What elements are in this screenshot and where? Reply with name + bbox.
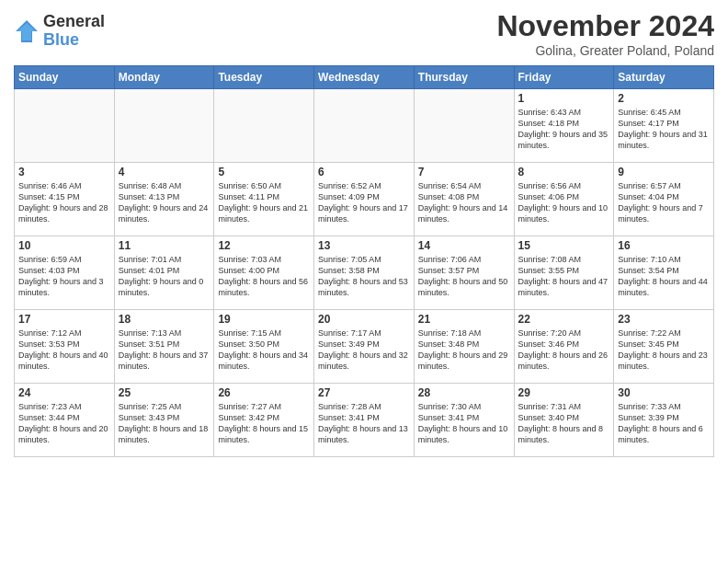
day-info: Sunrise: 7:31 AM Sunset: 3:40 PM Dayligh… [518,401,610,446]
day-info: Sunrise: 7:20 AM Sunset: 3:46 PM Dayligh… [518,327,610,373]
calendar-cell: 18Sunrise: 7:13 AM Sunset: 3:51 PM Dayli… [114,310,214,384]
day-info: Sunrise: 7:03 AM Sunset: 4:00 PM Dayligh… [218,254,310,299]
calendar-cell: 1Sunrise: 6:43 AM Sunset: 4:18 PM Daylig… [514,89,614,163]
calendar-cell: 22Sunrise: 7:20 AM Sunset: 3:46 PM Dayli… [514,310,614,384]
day-number: 16 [618,239,710,252]
svg-marker-1 [17,23,36,40]
day-number: 17 [18,313,110,326]
day-info: Sunrise: 7:06 AM Sunset: 3:57 PM Dayligh… [418,254,510,299]
day-info: Sunrise: 7:10 AM Sunset: 3:54 PM Dayligh… [618,254,710,299]
calendar-cell: 30Sunrise: 7:33 AM Sunset: 3:39 PM Dayli… [614,384,714,457]
day-number: 24 [18,386,110,399]
day-number: 4 [119,166,210,178]
calendar-cell: 25Sunrise: 7:25 AM Sunset: 3:43 PM Dayli… [114,384,214,457]
day-info: Sunrise: 6:56 AM Sunset: 4:06 PM Dayligh… [518,180,610,225]
calendar-week-2: 3Sunrise: 6:46 AM Sunset: 4:15 PM Daylig… [15,163,714,236]
logo-blue: Blue [43,31,105,50]
day-info: Sunrise: 7:13 AM Sunset: 3:51 PM Dayligh… [119,327,210,373]
day-number: 23 [618,313,710,326]
day-info: Sunrise: 6:52 AM Sunset: 4:09 PM Dayligh… [318,180,410,225]
calendar-week-1: 1Sunrise: 6:43 AM Sunset: 4:18 PM Daylig… [15,89,714,163]
calendar-cell: 29Sunrise: 7:31 AM Sunset: 3:40 PM Dayli… [514,384,614,457]
calendar-cell: 23Sunrise: 7:22 AM Sunset: 3:45 PM Dayli… [614,310,714,384]
calendar-cell: 26Sunrise: 7:27 AM Sunset: 3:42 PM Dayli… [214,384,314,457]
day-info: Sunrise: 7:05 AM Sunset: 3:58 PM Dayligh… [318,254,410,299]
calendar-cell: 24Sunrise: 7:23 AM Sunset: 3:44 PM Dayli… [15,384,115,457]
day-info: Sunrise: 6:45 AM Sunset: 4:17 PM Dayligh… [618,107,710,152]
calendar-cell: 16Sunrise: 7:10 AM Sunset: 3:54 PM Dayli… [614,236,714,310]
calendar-cell: 11Sunrise: 7:01 AM Sunset: 4:01 PM Dayli… [114,236,214,310]
col-sunday: Sunday [15,66,115,89]
day-info: Sunrise: 7:01 AM Sunset: 4:01 PM Dayligh… [119,254,210,299]
calendar-cell: 8Sunrise: 6:56 AM Sunset: 4:06 PM Daylig… [514,163,614,236]
day-info: Sunrise: 7:22 AM Sunset: 3:45 PM Dayligh… [618,327,710,373]
calendar-cell: 4Sunrise: 6:48 AM Sunset: 4:13 PM Daylig… [114,163,214,236]
calendar-cell [414,89,514,163]
day-number: 2 [618,92,710,105]
logo-icon [14,18,40,44]
day-info: Sunrise: 6:43 AM Sunset: 4:18 PM Dayligh… [518,107,610,152]
title-block: November 2024 Golina, Greater Poland, Po… [496,9,714,58]
day-info: Sunrise: 7:17 AM Sunset: 3:49 PM Dayligh… [318,327,410,373]
header: General Blue November 2024 Golina, Great… [14,9,714,58]
day-number: 11 [119,239,210,252]
day-number: 14 [418,239,510,252]
calendar-cell: 15Sunrise: 7:08 AM Sunset: 3:55 PM Dayli… [514,236,614,310]
col-friday: Friday [514,66,614,89]
calendar-cell: 3Sunrise: 6:46 AM Sunset: 4:15 PM Daylig… [15,163,115,236]
day-info: Sunrise: 7:30 AM Sunset: 3:41 PM Dayligh… [418,401,510,446]
day-number: 8 [518,166,610,178]
logo-general: General [43,13,105,31]
calendar-cell: 27Sunrise: 7:28 AM Sunset: 3:41 PM Dayli… [314,384,415,457]
col-thursday: Thursday [414,66,514,89]
day-number: 18 [119,313,210,326]
calendar-cell: 19Sunrise: 7:15 AM Sunset: 3:50 PM Dayli… [214,310,314,384]
day-info: Sunrise: 6:46 AM Sunset: 4:15 PM Dayligh… [18,180,110,225]
logo: General Blue [14,13,105,50]
logo-text: General Blue [43,13,105,50]
day-info: Sunrise: 7:23 AM Sunset: 3:44 PM Dayligh… [18,401,110,446]
day-info: Sunrise: 7:15 AM Sunset: 3:50 PM Dayligh… [218,327,310,373]
calendar-cell: 21Sunrise: 7:18 AM Sunset: 3:48 PM Dayli… [414,310,514,384]
day-number: 13 [318,239,410,252]
day-number: 28 [418,386,510,399]
calendar-cell: 10Sunrise: 6:59 AM Sunset: 4:03 PM Dayli… [15,236,115,310]
day-info: Sunrise: 7:12 AM Sunset: 3:53 PM Dayligh… [18,327,110,373]
day-number: 22 [518,313,610,326]
calendar-cell: 20Sunrise: 7:17 AM Sunset: 3:49 PM Dayli… [314,310,415,384]
day-info: Sunrise: 7:27 AM Sunset: 3:42 PM Dayligh… [218,401,310,446]
col-wednesday: Wednesday [314,66,415,89]
day-number: 27 [318,386,410,399]
day-number: 15 [518,239,610,252]
calendar-cell [114,89,214,163]
calendar-header: Sunday Monday Tuesday Wednesday Thursday… [15,66,714,89]
subtitle: Golina, Greater Poland, Poland [496,43,714,58]
day-number: 30 [618,386,710,399]
day-info: Sunrise: 7:28 AM Sunset: 3:41 PM Dayligh… [318,401,410,446]
day-number: 26 [218,386,310,399]
calendar-cell [15,89,115,163]
day-info: Sunrise: 6:57 AM Sunset: 4:04 PM Dayligh… [618,180,710,225]
calendar-cell [214,89,314,163]
day-number: 29 [518,386,610,399]
calendar-week-5: 24Sunrise: 7:23 AM Sunset: 3:44 PM Dayli… [15,384,714,457]
day-number: 5 [218,166,310,178]
day-number: 3 [18,166,110,178]
calendar-body: 1Sunrise: 6:43 AM Sunset: 4:18 PM Daylig… [15,89,714,457]
col-monday: Monday [114,66,214,89]
calendar-week-4: 17Sunrise: 7:12 AM Sunset: 3:53 PM Dayli… [15,310,714,384]
day-info: Sunrise: 7:33 AM Sunset: 3:39 PM Dayligh… [618,401,710,446]
day-info: Sunrise: 6:48 AM Sunset: 4:13 PM Dayligh… [119,180,210,225]
calendar-cell: 7Sunrise: 6:54 AM Sunset: 4:08 PM Daylig… [414,163,514,236]
day-number: 20 [318,313,410,326]
day-number: 25 [119,386,210,399]
day-info: Sunrise: 7:25 AM Sunset: 3:43 PM Dayligh… [119,401,210,446]
calendar-cell: 5Sunrise: 6:50 AM Sunset: 4:11 PM Daylig… [214,163,314,236]
calendar-table: Sunday Monday Tuesday Wednesday Thursday… [14,65,714,457]
col-tuesday: Tuesday [214,66,314,89]
day-number: 21 [418,313,510,326]
col-saturday: Saturday [614,66,714,89]
calendar-cell: 28Sunrise: 7:30 AM Sunset: 3:41 PM Dayli… [414,384,514,457]
calendar-cell: 17Sunrise: 7:12 AM Sunset: 3:53 PM Dayli… [15,310,115,384]
month-title: November 2024 [496,9,714,43]
